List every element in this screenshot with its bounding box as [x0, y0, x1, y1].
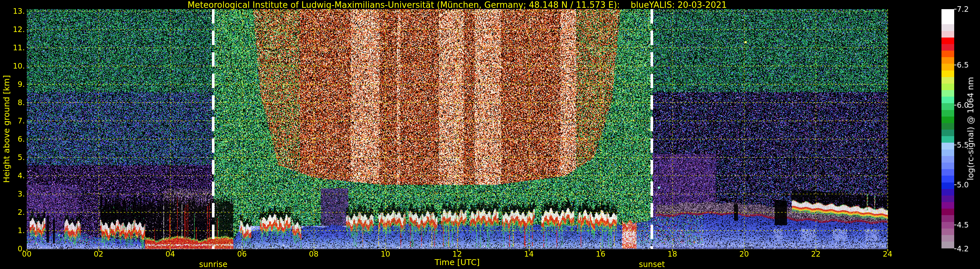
colorbar-tick: [954, 248, 956, 249]
colorbar-segment: [942, 196, 954, 202]
y-tick-label: 4.: [0, 171, 25, 180]
colorbar-segment: [942, 116, 954, 123]
colorbar-tick-label: 4.5: [957, 221, 980, 229]
colorbar-segment: [942, 150, 954, 156]
colorbar-segment: [942, 51, 954, 57]
colorbar-segment: [942, 235, 954, 242]
colorbar-tick-label: 4.2: [957, 245, 980, 253]
y-axis-title: Height above ground [km]: [2, 75, 11, 183]
y-tick-label: 8.: [0, 98, 25, 107]
colorbar-segment: [942, 242, 954, 248]
colorbar-tick: [954, 145, 956, 145]
colorbar-tick: [954, 224, 956, 225]
colorbar-segment: [942, 176, 954, 182]
y-tick-label: 11.: [0, 43, 25, 52]
colorbar-segment: [942, 209, 954, 215]
x-tick-label: 14: [516, 250, 542, 259]
colorbar-segment: [942, 189, 954, 196]
y-tick-label: 10.: [0, 61, 25, 70]
x-tick-label: 06: [229, 250, 255, 259]
colorbar-tick-label: 7.2: [957, 5, 980, 13]
y-tick-label: 2.: [0, 208, 25, 217]
colorbar-segment: [942, 222, 954, 229]
colorbar-segment: [942, 229, 954, 235]
sunrise-label: sunrise: [177, 260, 249, 269]
y-tick-label: 3.: [0, 189, 25, 199]
colorbar-tick-label: 6.5: [957, 61, 980, 69]
x-tick-label: 24: [875, 250, 900, 259]
colorbar-tick-label: 6.0: [957, 101, 980, 109]
colorbar-segment: [942, 97, 954, 103]
x-tick-label: 00: [14, 250, 40, 259]
colorbar-segment: [942, 31, 954, 38]
colorbar-segment: [942, 24, 954, 31]
y-tick-label: 7.: [0, 116, 25, 125]
x-axis-title: Time [UTC]: [27, 258, 888, 267]
colorbar-segment: [942, 64, 954, 70]
colorbar-segment: [942, 202, 954, 209]
colorbar-segment: [942, 77, 954, 84]
colorbar-segment: [942, 57, 954, 64]
colorbar-tick: [954, 9, 956, 10]
y-tick-label: 1.: [0, 226, 25, 235]
colorbar-segment: [942, 90, 954, 97]
colorbar-segment: [942, 169, 954, 176]
colorbar-segment: [942, 136, 954, 143]
x-tick-label: 02: [86, 250, 112, 259]
colorbar-segment: [942, 84, 954, 90]
colorbar-segment: [942, 130, 954, 136]
sunset-label: sunset: [616, 260, 688, 269]
colorbar-segment: [942, 44, 954, 51]
x-tick-label: 16: [587, 250, 614, 259]
colorbar-segment: [942, 103, 954, 110]
colorbar-tick-label: 5.5: [957, 141, 980, 149]
x-tick-label: 18: [659, 250, 686, 259]
y-tick-label: 5.: [0, 153, 25, 162]
colorbar-segment: [942, 156, 954, 162]
x-tick-label: 22: [803, 250, 829, 259]
y-tick-label: 6.: [0, 135, 25, 144]
y-tick-label: 12.: [0, 25, 25, 34]
colorbar-segment: [942, 70, 954, 77]
lidar-quicklook-figure: Meteorological Institute of Ludwig-Maxim…: [0, 0, 980, 269]
colorbar-segment: [942, 123, 954, 130]
colorbar-segment: [942, 110, 954, 116]
colorbar-tick: [954, 105, 956, 105]
x-tick-label: 10: [372, 250, 398, 259]
colorbar-segment: [942, 143, 954, 149]
colorbar-segment: [942, 215, 954, 222]
x-tick-label: 20: [731, 250, 757, 259]
colorbar-gradient: [942, 9, 954, 248]
y-tick-label: 9.: [0, 80, 25, 89]
colorbar-segment: [942, 9, 954, 24]
colorbar-tick: [954, 185, 956, 185]
colorbar-tick-label: 5.0: [957, 180, 980, 189]
colorbar-segment: [942, 162, 954, 169]
x-tick-label: 04: [157, 250, 183, 259]
x-tick-label: 12: [444, 250, 470, 259]
x-tick-label: 08: [301, 250, 327, 259]
figure-title: Meteorological Institute of Ludwig-Maxim…: [27, 0, 888, 10]
y-tick-label: 13.: [0, 6, 25, 16]
colorbar-tick: [954, 65, 956, 65]
colorbar-segment: [942, 38, 954, 44]
colorbar-title: log(rc-signal) @ 1064 nm: [966, 77, 975, 180]
heatmap-canvas: [0, 0, 980, 269]
colorbar-segment: [942, 183, 954, 189]
